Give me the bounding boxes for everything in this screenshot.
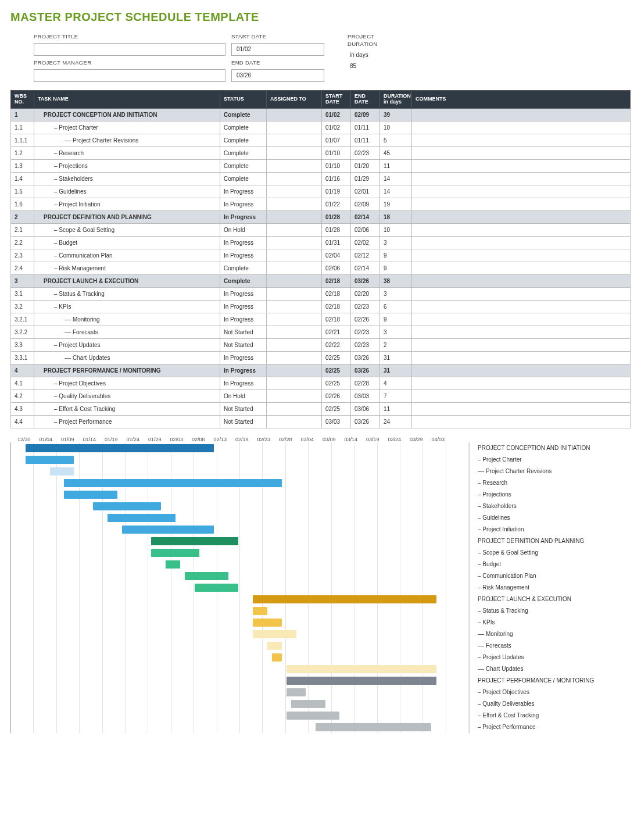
cell-assigned[interactable] <box>267 249 322 262</box>
cell-comments[interactable] <box>412 313 631 326</box>
cell-start: 02/25 <box>322 402 351 415</box>
cell-assigned[interactable] <box>267 262 322 274</box>
cell-comments[interactable] <box>412 121 631 134</box>
cell-assigned[interactable] <box>267 198 322 210</box>
cell-comments[interactable] <box>412 108 631 121</box>
cell-assigned[interactable] <box>267 402 322 415</box>
cell-wbs: 1 <box>11 108 34 121</box>
cell-assigned[interactable] <box>267 377 322 389</box>
cell-end: 02/14 <box>351 210 380 223</box>
axis-tick: 01/09 <box>61 437 83 442</box>
gantt-grid <box>10 442 470 733</box>
cell-comments[interactable] <box>412 389 631 402</box>
axis-tick: 01/29 <box>148 437 170 442</box>
cell-end: 01/11 <box>351 121 380 134</box>
cell-comments[interactable] <box>412 172 631 185</box>
cell-assigned[interactable] <box>267 300 322 313</box>
cell-comments[interactable] <box>412 159 631 172</box>
cell-assigned[interactable] <box>267 351 322 364</box>
meta-section: PROJECT TITLE PROJECT MANAGER START DATE… <box>10 33 631 82</box>
cell-assigned[interactable] <box>267 326 322 338</box>
cell-assigned[interactable] <box>267 274 322 287</box>
cell-wbs: 1.3 <box>11 159 34 172</box>
cell-end: 03/26 <box>351 364 380 377</box>
cell-assigned[interactable] <box>267 121 322 134</box>
cell-comments[interactable] <box>412 146 631 159</box>
cell-assigned[interactable] <box>267 159 322 172</box>
table-row: 2.3– Communication PlanIn Progress02/040… <box>11 249 631 262</box>
table-row: 3.2– KPIsIn Progress02/1802/236 <box>11 300 631 313</box>
cell-duration: 14 <box>380 185 412 198</box>
cell-assigned[interactable] <box>267 364 322 377</box>
cell-assigned[interactable] <box>267 134 322 146</box>
project-manager-input[interactable] <box>34 69 225 82</box>
cell-assigned[interactable] <box>267 389 322 402</box>
cell-end: 02/02 <box>351 236 380 249</box>
cell-start: 01/19 <box>322 185 351 198</box>
cell-comments[interactable] <box>412 402 631 415</box>
cell-comments[interactable] <box>412 377 631 389</box>
gantt-bar <box>316 723 432 731</box>
cell-duration: 9 <box>380 262 412 274</box>
gantt-row <box>11 570 469 582</box>
cell-start: 02/25 <box>322 364 351 377</box>
cell-end: 02/06 <box>351 223 380 236</box>
cell-assigned[interactable] <box>267 210 322 223</box>
gantt-row <box>11 617 469 628</box>
gantt-row <box>11 547 469 559</box>
cell-assigned[interactable] <box>267 313 322 326</box>
cell-comments[interactable] <box>412 236 631 249</box>
cell-task: – Projections <box>34 159 220 172</box>
cell-wbs: 3.2 <box>11 300 34 313</box>
cell-comments[interactable] <box>412 415 631 428</box>
cell-assigned[interactable] <box>267 108 322 121</box>
cell-comments[interactable] <box>412 210 631 223</box>
cell-comments[interactable] <box>412 338 631 351</box>
cell-assigned[interactable] <box>267 172 322 185</box>
cell-comments[interactable] <box>412 249 631 262</box>
gantt-bar <box>287 712 339 720</box>
cell-task: –– Project Charter Revisions <box>34 134 220 146</box>
cell-assigned[interactable] <box>267 223 322 236</box>
project-title-input[interactable] <box>34 43 225 56</box>
cell-comments[interactable] <box>412 351 631 364</box>
cell-status: In Progress <box>220 377 267 389</box>
cell-assigned[interactable] <box>267 287 322 300</box>
gantt-row <box>11 489 469 501</box>
gantt-row <box>11 721 469 733</box>
legend-item: – Stakeholders <box>478 501 594 512</box>
gantt-row <box>11 454 469 466</box>
start-date-input[interactable]: 01/02 <box>231 43 324 56</box>
table-row: 1.1.1–– Project Charter RevisionsComplet… <box>11 134 631 146</box>
cell-comments[interactable] <box>412 223 631 236</box>
cell-start: 03/03 <box>322 415 351 428</box>
cell-end: 02/20 <box>351 287 380 300</box>
cell-wbs: 1.4 <box>11 172 34 185</box>
end-date-input[interactable]: 03/26 <box>231 69 324 82</box>
cell-end: 01/20 <box>351 159 380 172</box>
cell-comments[interactable] <box>412 185 631 198</box>
cell-assigned[interactable] <box>267 236 322 249</box>
cell-assigned[interactable] <box>267 415 322 428</box>
cell-comments[interactable] <box>412 134 631 146</box>
cell-comments[interactable] <box>412 326 631 338</box>
cell-comments[interactable] <box>412 274 631 287</box>
gantt-bar <box>166 560 180 569</box>
cell-comments[interactable] <box>412 300 631 313</box>
cell-comments[interactable] <box>412 262 631 274</box>
cell-comments[interactable] <box>412 364 631 377</box>
cell-task: –– Monitoring <box>34 313 220 326</box>
cell-assigned[interactable] <box>267 338 322 351</box>
cell-comments[interactable] <box>412 287 631 300</box>
cell-assigned[interactable] <box>267 185 322 198</box>
cell-status: Complete <box>220 159 267 172</box>
legend-item: – Project Charter <box>478 454 594 466</box>
cell-comments[interactable] <box>412 198 631 210</box>
gantt-bar <box>253 607 267 615</box>
cell-assigned[interactable] <box>267 146 322 159</box>
cell-end: 02/28 <box>351 377 380 389</box>
cell-wbs: 2.4 <box>11 262 34 274</box>
cell-wbs: 4.3 <box>11 402 34 415</box>
table-row: 3.3– Project UpdatesNot Started02/2202/2… <box>11 338 631 351</box>
cell-status: In Progress <box>220 185 267 198</box>
